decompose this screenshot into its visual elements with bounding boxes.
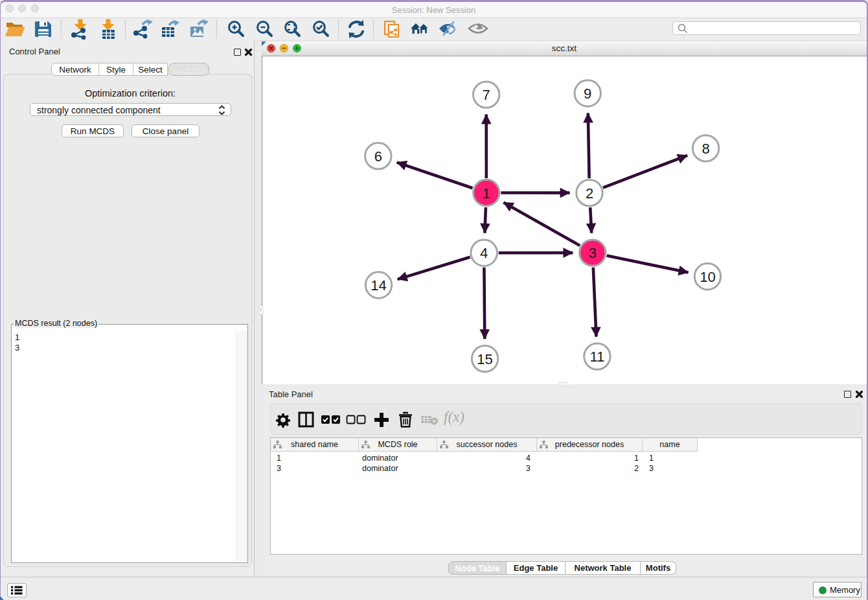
svg-text:10: 10 xyxy=(700,269,715,285)
svg-text:2: 2 xyxy=(586,185,593,202)
svg-text:3: 3 xyxy=(589,245,597,261)
svg-text:8: 8 xyxy=(702,141,709,157)
svg-text:1: 1 xyxy=(483,185,490,202)
svg-text:15: 15 xyxy=(477,351,492,367)
svg-text:6: 6 xyxy=(374,148,382,165)
svg-text:11: 11 xyxy=(589,349,604,365)
svg-text:7: 7 xyxy=(483,87,490,103)
svg-text:4: 4 xyxy=(480,245,488,261)
svg-text:9: 9 xyxy=(584,86,591,102)
svg-text:14: 14 xyxy=(371,277,386,294)
